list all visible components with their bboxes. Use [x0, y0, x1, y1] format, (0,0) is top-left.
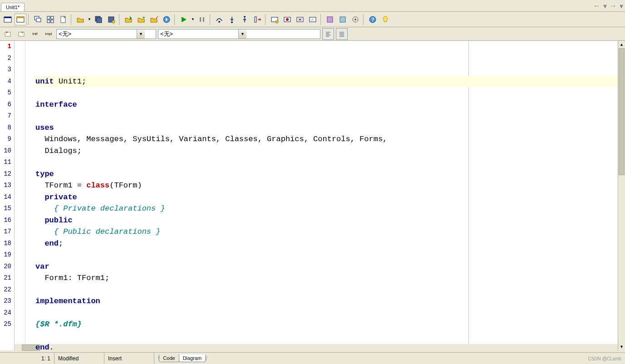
- view-unit-button[interactable]: [15, 14, 26, 25]
- toolbar-separator: [174, 14, 176, 25]
- svg-point-27: [286, 18, 289, 21]
- svg-rect-38: [19, 32, 24, 36]
- open-button[interactable]: [74, 14, 86, 25]
- hint-button[interactable]: [379, 14, 391, 25]
- step-over-button[interactable]: [213, 14, 225, 25]
- toggle-breakpoint-button[interactable]: ✓: [307, 14, 319, 25]
- horizontal-scrollbar[interactable]: [15, 344, 618, 351]
- new-component-button[interactable]: [324, 14, 336, 25]
- save-project-button[interactable]: [105, 14, 117, 25]
- section-combo[interactable]: ▼: [56, 29, 156, 39]
- svg-text:✓: ✓: [155, 15, 158, 20]
- run-to-cursor-button[interactable]: [251, 14, 263, 25]
- svg-text:+: +: [143, 15, 145, 20]
- scroll-thumb[interactable]: [619, 48, 625, 175]
- align-justify-button[interactable]: [336, 28, 348, 40]
- toolbar-separator: [119, 14, 121, 25]
- scroll-down-icon[interactable]: ▼: [618, 343, 625, 350]
- fold-strip[interactable]: [15, 41, 25, 350]
- svg-rect-32: [340, 17, 345, 22]
- run-dropdown[interactable]: ▼: [191, 17, 195, 21]
- nav-back-dd-icon[interactable]: ▾: [603, 2, 607, 10]
- navigation-toolbar: Intf Impl ▼ ▼: [0, 27, 625, 41]
- cascade-windows-button[interactable]: [32, 14, 44, 25]
- toolbar-separator: [363, 14, 365, 25]
- pause-button[interactable]: [196, 14, 208, 25]
- new-file-button[interactable]: [57, 14, 69, 25]
- svg-rect-6: [47, 16, 50, 19]
- status-bar: 1: 1 Modified Insert \ Code Diagram /: [0, 352, 625, 364]
- code-area[interactable]: unit Unit1;interfaceuses Windows, Messag…: [25, 41, 618, 350]
- bottom-tabs: \ Code Diagram /: [154, 353, 211, 364]
- tab-diagram[interactable]: Diagram: [179, 354, 206, 362]
- svg-rect-12: [97, 18, 102, 23]
- run-button[interactable]: [178, 14, 190, 25]
- svg-text:?: ?: [371, 17, 374, 22]
- view-form-button[interactable]: [2, 14, 14, 25]
- code-lines[interactable]: unit Unit1;interfaceuses Windows, Messag…: [33, 41, 618, 350]
- open-project-button[interactable]: [123, 14, 134, 25]
- help-button[interactable]: ?: [367, 14, 379, 25]
- watermark: CSDN @CLamb: [588, 356, 621, 361]
- modified-status: Modified: [54, 353, 104, 364]
- toolbar-separator: [210, 14, 212, 25]
- step-into-button[interactable]: [226, 14, 238, 25]
- svg-point-21: [231, 21, 233, 23]
- file-tab-unit1[interactable]: Unit1*: [1, 3, 25, 11]
- breakpoints-button[interactable]: [281, 14, 293, 25]
- intf-icon[interactable]: Intf: [29, 28, 41, 40]
- install-component-button[interactable]: [337, 14, 349, 25]
- toolbar-separator: [320, 14, 322, 25]
- toolbar-separator: [28, 14, 30, 25]
- configure-tools-button[interactable]: [349, 14, 361, 25]
- line-gutter[interactable]: 1234567891011121314151617181920212223242…: [0, 41, 15, 350]
- svg-rect-5: [36, 18, 41, 22]
- scroll-up-icon[interactable]: ▲: [618, 41, 625, 48]
- project-remove-button[interactable]: ✓: [148, 14, 160, 25]
- align-left-button[interactable]: [322, 28, 334, 40]
- svg-rect-3: [17, 17, 24, 18]
- vertical-scrollbar[interactable]: ▲ ▼: [618, 41, 625, 350]
- svg-rect-8: [47, 20, 50, 23]
- toolbar-separator: [265, 14, 267, 25]
- cursor-position: 1: 1: [0, 353, 54, 364]
- method-combo[interactable]: ▼: [158, 29, 320, 39]
- svg-rect-7: [51, 16, 54, 19]
- class-browser-button[interactable]: [2, 28, 14, 40]
- dropdown-icon[interactable]: ▼: [137, 30, 145, 39]
- code-editor: 1234567891011121314151617181920212223242…: [0, 41, 625, 350]
- tab-code[interactable]: Code: [159, 354, 179, 362]
- nav-back-icon[interactable]: ←: [593, 2, 600, 10]
- svg-rect-18: [200, 17, 201, 22]
- svg-rect-23: [255, 17, 256, 22]
- nav-fwd-icon[interactable]: →: [610, 2, 617, 10]
- main-toolbar: ▼ + ✓ ▼ ✓ ?: [0, 12, 625, 27]
- open-dropdown[interactable]: ▼: [87, 17, 92, 21]
- svg-text:✓: ✓: [311, 18, 314, 22]
- find-declaration-button[interactable]: [15, 28, 27, 40]
- svg-point-14: [112, 20, 115, 23]
- svg-rect-9: [51, 20, 54, 23]
- dropdown-icon[interactable]: ▼: [238, 30, 246, 39]
- svg-rect-19: [203, 17, 204, 22]
- nav-arrows: ← ▾ → ▾: [593, 2, 623, 10]
- svg-point-25: [276, 20, 278, 23]
- compile-button[interactable]: [161, 14, 172, 25]
- svg-point-22: [244, 16, 246, 18]
- svg-rect-37: [5, 32, 10, 36]
- insert-mode: Insert: [104, 353, 154, 364]
- svg-rect-31: [327, 17, 333, 22]
- nav-fwd-dd-icon[interactable]: ▾: [620, 2, 623, 10]
- file-tabs-bar: Unit1* ← ▾ → ▾: [0, 0, 625, 12]
- svg-point-20: [218, 21, 220, 23]
- tile-windows-button[interactable]: [44, 14, 56, 25]
- svg-rect-1: [4, 17, 11, 18]
- impl-icon[interactable]: Impl: [43, 28, 54, 40]
- evaluate-button[interactable]: [294, 14, 306, 25]
- save-all-button[interactable]: [93, 14, 104, 25]
- step-out-button[interactable]: [239, 14, 251, 25]
- add-watch-button[interactable]: [269, 14, 281, 25]
- project-add-button[interactable]: +: [135, 14, 147, 25]
- section-combo-input[interactable]: [57, 30, 137, 39]
- method-combo-input[interactable]: [158, 30, 238, 39]
